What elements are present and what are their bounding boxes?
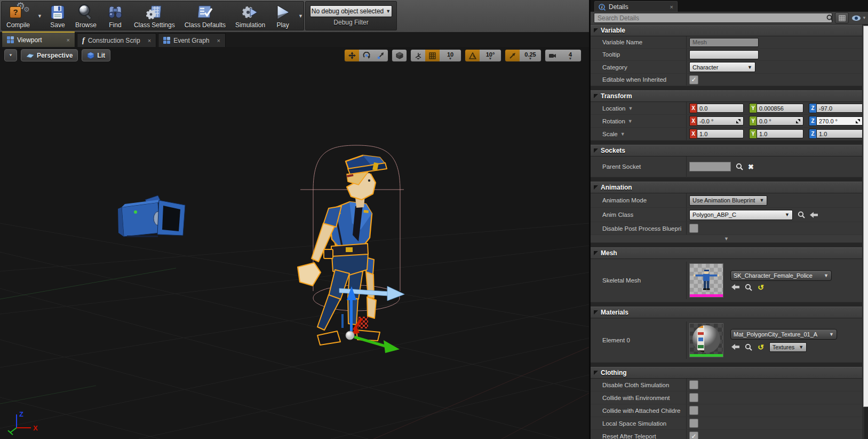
reset-material-button[interactable]: ↺: [758, 343, 764, 351]
play-button[interactable]: Play: [270, 2, 296, 30]
location-z-field[interactable]: -97.0: [816, 104, 862, 113]
close-icon[interactable]: ×: [213, 37, 220, 44]
reset-after-teleport-checkbox[interactable]: ✓: [689, 432, 698, 439]
chevron-down-icon: ▼: [489, 58, 492, 60]
section-gap: [591, 363, 862, 367]
collapse-triangle-icon: [594, 185, 598, 190]
editable-checkbox[interactable]: ✓: [689, 75, 698, 84]
socket-search-icon[interactable]: [736, 163, 743, 170]
close-icon[interactable]: ×: [62, 37, 70, 43]
skeletal-mesh-thumbnail[interactable]: [689, 263, 723, 297]
find-button[interactable]: Find: [101, 2, 129, 30]
grid-snap-toggle[interactable]: [425, 50, 440, 61]
scale-tool-button[interactable]: [373, 50, 388, 61]
tab-event-graph[interactable]: Event Graph ×: [158, 33, 226, 47]
anim-class-dropdown[interactable]: Polygon_ABP_C ▼: [689, 210, 793, 220]
move-tool-button[interactable]: [345, 50, 359, 61]
scale-snap-toggle[interactable]: [505, 50, 520, 61]
viewport-options-button[interactable]: ▼: [4, 49, 17, 61]
viewport-3d[interactable]: Z X ▼ Perspective Lit: [0, 47, 589, 439]
local-space-simulation-checkbox[interactable]: [689, 419, 698, 428]
rotation-z-field[interactable]: 270.0 °: [816, 116, 862, 126]
section-mesh-header[interactable]: Mesh: [591, 247, 862, 259]
chevron-down-icon: ▼: [799, 344, 803, 350]
search-input[interactable]: [594, 13, 832, 23]
scale-x-field[interactable]: 1.0: [697, 129, 744, 138]
tab-viewport[interactable]: Viewport ×: [2, 32, 75, 47]
close-icon[interactable]: ×: [144, 37, 151, 44]
material-thumbnail[interactable]: [689, 323, 723, 357]
tab-construction-script[interactable]: f Construction Scrip ×: [77, 33, 156, 47]
viewport-scene[interactable]: Z X: [0, 47, 589, 439]
collide-with-environment-checkbox[interactable]: [689, 393, 698, 402]
section-materials-header[interactable]: Materials: [591, 307, 862, 318]
x-chip: X: [689, 129, 697, 139]
surface-snapping-button[interactable]: [411, 50, 425, 61]
use-selected-arrow-icon[interactable]: [731, 344, 739, 350]
textures-dropdown[interactable]: Textures ▼: [769, 342, 807, 352]
world-local-toggle-button[interactable]: [392, 50, 407, 61]
camera-speed-value[interactable]: 4 ▼: [560, 50, 581, 61]
camera-speed-button[interactable]: [545, 50, 560, 61]
category-label: Category: [591, 61, 686, 73]
section-sockets-header[interactable]: Sockets: [591, 145, 862, 156]
use-selected-arrow-icon[interactable]: [810, 212, 818, 218]
class-defaults-button[interactable]: Class Defaults: [180, 2, 230, 30]
scale-z-field[interactable]: 1.0: [816, 129, 862, 138]
property-matrix-button[interactable]: [835, 12, 849, 23]
reset-mesh-button[interactable]: ↺: [758, 284, 764, 291]
debug-filter-dropdown[interactable]: No debug object selected ▼: [310, 5, 392, 17]
section-variable-header[interactable]: Variable: [591, 25, 862, 36]
use-selected-arrow-icon[interactable]: [731, 284, 739, 290]
tooltip-field[interactable]: [689, 50, 759, 59]
browse-to-asset-icon[interactable]: [745, 343, 752, 351]
rotation-snap-value[interactable]: 10° ▼: [480, 50, 501, 61]
scale-snap-value[interactable]: 0.25 ▼: [520, 50, 541, 61]
play-options-caret[interactable]: ▼: [296, 2, 306, 30]
section-animation-header[interactable]: Animation: [591, 182, 862, 193]
class-settings-button[interactable]: Class Settings: [129, 2, 180, 30]
save-button[interactable]: Save: [45, 2, 70, 30]
browse-to-asset-icon[interactable]: [745, 284, 752, 291]
camera-actor[interactable]: [118, 195, 185, 237]
lit-mode-button[interactable]: Lit: [82, 49, 110, 61]
category-dropdown[interactable]: Character ▼: [689, 62, 755, 72]
parent-socket-field[interactable]: [689, 162, 731, 171]
disable-post-process-checkbox[interactable]: [689, 224, 698, 233]
advanced-expander[interactable]: ▼: [591, 235, 862, 243]
rotation-x-field[interactable]: -0.0 °: [697, 116, 744, 126]
section-clothing-header[interactable]: Clothing: [591, 367, 862, 379]
anim-class-search-icon[interactable]: [798, 211, 805, 218]
scale-y-field[interactable]: 1.0: [756, 129, 803, 138]
clear-socket-icon[interactable]: ✖: [748, 163, 754, 171]
collide-with-attached-children-checkbox[interactable]: [689, 406, 698, 415]
chevron-down-icon: ▼: [628, 119, 633, 124]
section-transform-header[interactable]: Transform: [591, 90, 862, 102]
tab-details[interactable]: i Details ×: [594, 1, 678, 12]
row-scale: Scale▼ X1.0 Y1.0 Z1.0: [591, 128, 862, 140]
perspective-button[interactable]: Perspective: [21, 49, 78, 61]
material-value: Mat_PolygonCity_Texture_01_A: [734, 331, 817, 338]
display-filter-button[interactable]: ▼: [851, 15, 866, 21]
animation-mode-dropdown[interactable]: Use Animation Blueprint ▼: [689, 195, 767, 206]
rotate-tool-button[interactable]: [359, 50, 373, 61]
simulation-button[interactable]: Simulation: [230, 2, 270, 30]
disable-cloth-simulation-checkbox[interactable]: [689, 380, 698, 389]
scrollbar-thumb[interactable]: [863, 26, 868, 407]
svg-text:i: i: [601, 5, 603, 10]
close-icon[interactable]: ×: [670, 4, 673, 10]
rotation-y-field[interactable]: 0.0 °: [756, 116, 803, 126]
material-dropdown[interactable]: Mat_PolygonCity_Texture_01_A ▼: [730, 329, 837, 340]
find-icon: [106, 3, 124, 21]
grid-snap-value[interactable]: 10 ▼: [440, 50, 461, 61]
location-y-field[interactable]: 0.000856: [756, 104, 803, 113]
row-local-space-simulation: Local Space Simulation: [591, 417, 862, 430]
collapse-triangle-icon: [594, 28, 598, 33]
skeletal-mesh-dropdown[interactable]: SK_Character_Female_Police ▼: [730, 270, 832, 281]
compile-button[interactable]: ⚙ ⚙ ? Compile: [2, 2, 35, 30]
rotation-snap-toggle[interactable]: [465, 50, 480, 61]
blueprint-editor-window: ⚙ ⚙ ? Compile ▼: [0, 0, 868, 439]
location-x-field[interactable]: 0.0: [697, 104, 744, 113]
compile-options-caret[interactable]: ▼: [35, 2, 45, 30]
browse-button[interactable]: Browse: [70, 2, 101, 30]
